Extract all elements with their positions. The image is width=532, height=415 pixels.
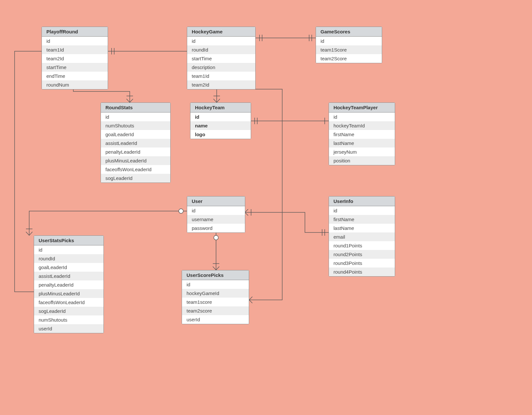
field: round3Points: [329, 259, 395, 267]
field: logo: [190, 130, 251, 139]
entity-user: User id username password: [187, 196, 245, 233]
field: team2Id: [187, 80, 255, 89]
entity-userinfo: UserInfo id firstName lastName email rou…: [329, 196, 395, 277]
field: lastName: [329, 224, 395, 232]
field: startTime: [42, 63, 108, 72]
field: id: [34, 245, 103, 254]
field: id: [316, 37, 382, 45]
field: team1Id: [42, 45, 108, 54]
entity-hockeyteamplayer: HockeyTeamPlayer id hockeyTeamId firstNa…: [329, 102, 395, 165]
svg-point-17: [214, 235, 218, 240]
field: hockeyTeamId: [329, 121, 395, 130]
field: roundId: [187, 45, 255, 54]
field: faceoffsWonLeaderId: [34, 298, 103, 307]
field: round2Points: [329, 250, 395, 259]
field: team1Id: [187, 72, 255, 80]
entity-gamescores: GameScores id team1Score team2Score: [316, 27, 382, 63]
entity-header: RoundStats: [101, 103, 170, 113]
field: assistLeaderId: [34, 272, 103, 280]
field: id: [190, 113, 251, 121]
field: endTime: [42, 72, 108, 80]
field: goalLeaderId: [101, 130, 170, 139]
field: userId: [182, 315, 249, 324]
entity-header: GameScores: [316, 27, 382, 37]
entity-header: UserStatsPicks: [34, 236, 103, 245]
field: sogLeaderId: [101, 174, 170, 183]
entity-header: HockeyTeam: [190, 103, 251, 113]
entity-header: UserInfo: [329, 196, 395, 206]
field: team2score: [182, 306, 249, 315]
field: firstName: [329, 215, 395, 224]
field: id: [187, 37, 255, 45]
field: plusMinusLeaderId: [101, 156, 170, 165]
field: plusMinusLeaderId: [34, 289, 103, 298]
field: userId: [34, 324, 103, 333]
field: team2Score: [316, 54, 382, 63]
entity-hockeygame: HockeyGame id roundId startTime descript…: [187, 27, 256, 89]
field: id: [329, 113, 395, 121]
field: numShutouts: [101, 121, 170, 130]
entity-userscorepicks: UserScorePicks id hockeyGameId team1scor…: [182, 270, 249, 324]
field: lastName: [329, 139, 395, 148]
field: firstName: [329, 130, 395, 139]
entity-hockeyteam: HockeyTeam id name logo: [190, 102, 251, 139]
field: id: [182, 280, 249, 289]
field: team2Id: [42, 54, 108, 63]
entity-header: PlayoffRound: [42, 27, 108, 37]
field: jerseyNum: [329, 148, 395, 156]
field: id: [42, 37, 108, 45]
field: numShutouts: [34, 315, 103, 324]
field: password: [187, 224, 245, 232]
field: team1score: [182, 298, 249, 306]
entity-roundstats: RoundStats id numShutouts goalLeaderId a…: [101, 102, 171, 183]
field: roundNum: [42, 80, 108, 89]
field: faceoffsWonLeaderId: [101, 165, 170, 174]
field: roundId: [34, 254, 103, 263]
field: penaltyLeaderId: [101, 148, 170, 156]
entity-header: HockeyTeamPlayer: [329, 103, 395, 113]
entity-header: HockeyGame: [187, 27, 255, 37]
field: name: [190, 121, 251, 130]
field: email: [329, 232, 395, 241]
field: hockeyGameId: [182, 289, 249, 298]
field: startTime: [187, 54, 255, 63]
field: id: [187, 206, 245, 215]
field: id: [101, 113, 170, 121]
entity-header: User: [187, 196, 245, 206]
field: team1Score: [316, 45, 382, 54]
field: description: [187, 63, 255, 72]
entity-userstatspicks: UserStatsPicks id roundId goalLeaderId a…: [34, 235, 104, 333]
svg-point-15: [179, 209, 183, 213]
entity-playoffround: PlayoffRound id team1Id team2Id startTim…: [42, 27, 108, 89]
field: position: [329, 156, 395, 165]
field: id: [329, 206, 395, 215]
field: sogLeaderId: [34, 307, 103, 315]
field: penaltyLeaderId: [34, 280, 103, 289]
entity-header: UserScorePicks: [182, 270, 249, 280]
field: assistLeaderId: [101, 139, 170, 148]
field: round4Points: [329, 267, 395, 276]
field: username: [187, 215, 245, 224]
field: round1Points: [329, 241, 395, 250]
field: goalLeaderId: [34, 263, 103, 272]
